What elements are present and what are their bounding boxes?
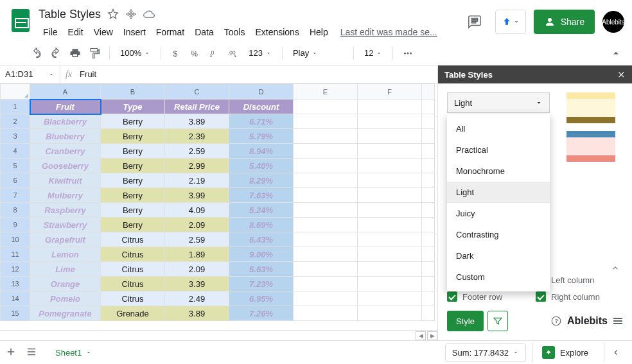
cell[interactable]: [294, 277, 358, 291]
cell[interactable]: 9.00%: [229, 247, 294, 262]
cell[interactable]: [294, 159, 358, 173]
menu-view[interactable]: View: [89, 24, 118, 40]
cell[interactable]: Citrus: [101, 291, 165, 306]
cell[interactable]: Citrus: [101, 232, 165, 247]
cell[interactable]: 5.40%: [229, 159, 294, 173]
cell[interactable]: [422, 188, 435, 203]
style-preview[interactable]: [566, 131, 615, 162]
cell[interactable]: 8.94%: [229, 144, 294, 159]
cell[interactable]: 7.23%: [229, 277, 294, 291]
cell[interactable]: [294, 262, 358, 277]
row-header[interactable]: 10: [1, 232, 30, 247]
undo-icon[interactable]: [28, 45, 45, 62]
cell[interactable]: Cranberry: [30, 144, 101, 159]
cell[interactable]: Type: [101, 100, 165, 114]
cell[interactable]: [294, 203, 358, 218]
cell[interactable]: 3.89: [165, 114, 229, 129]
cell[interactable]: Berry: [101, 203, 165, 218]
check-right-column[interactable]: Right column: [536, 291, 613, 302]
row-header[interactable]: 2: [1, 114, 30, 129]
row-header[interactable]: 3: [1, 129, 30, 144]
cell[interactable]: [294, 114, 358, 129]
cell[interactable]: Raspberry: [30, 203, 101, 218]
cell[interactable]: 8.29%: [229, 173, 294, 188]
decrease-decimal-icon[interactable]: .0: [206, 45, 223, 62]
row-header[interactable]: 13: [1, 277, 30, 291]
cell[interactable]: [422, 262, 435, 277]
cell[interactable]: [422, 247, 435, 262]
cell[interactable]: [422, 203, 435, 218]
cell[interactable]: Berry: [101, 173, 165, 188]
cell[interactable]: [422, 173, 435, 188]
row-header[interactable]: 15: [1, 306, 30, 321]
row-header[interactable]: 4: [1, 144, 30, 159]
cell[interactable]: 2.09: [165, 262, 229, 277]
cell[interactable]: [358, 277, 422, 291]
increase-decimal-icon[interactable]: .00: [225, 45, 242, 62]
menu-tools[interactable]: Tools: [220, 24, 250, 40]
menu-format[interactable]: Format: [152, 24, 189, 40]
cell[interactable]: [294, 100, 358, 114]
horizontal-scrollbar[interactable]: ◀ ▶: [0, 330, 437, 340]
scroll-right-icon[interactable]: ▶: [427, 331, 437, 340]
cell[interactable]: 7.26%: [229, 306, 294, 321]
cell[interactable]: 5.63%: [229, 262, 294, 277]
more-icon[interactable]: [399, 45, 416, 62]
cell[interactable]: [358, 129, 422, 144]
cell[interactable]: Blackberry: [30, 114, 101, 129]
cell[interactable]: Lemon: [30, 247, 101, 262]
zoom-select[interactable]: 100%: [116, 48, 154, 58]
col-header-b[interactable]: B: [101, 84, 165, 100]
cell[interactable]: 6.43%: [229, 232, 294, 247]
cell[interactable]: [358, 188, 422, 203]
row-header[interactable]: 7: [1, 188, 30, 203]
col-header-f[interactable]: F: [358, 84, 422, 100]
cell[interactable]: [358, 114, 422, 129]
cell[interactable]: 7.63%: [229, 188, 294, 203]
cell[interactable]: [358, 262, 422, 277]
menu-extensions[interactable]: Extensions: [250, 24, 303, 40]
cell[interactable]: 5.24%: [229, 203, 294, 218]
style-button[interactable]: Style: [447, 311, 484, 331]
cell[interactable]: 2.19: [165, 173, 229, 188]
cell[interactable]: Kiwifruit: [30, 173, 101, 188]
dropdown-option[interactable]: Monochrome: [447, 160, 550, 182]
menu-data[interactable]: Data: [190, 24, 218, 40]
row-header[interactable]: 12: [1, 262, 30, 277]
cell[interactable]: [294, 218, 358, 232]
cell[interactable]: [422, 129, 435, 144]
cell[interactable]: [294, 232, 358, 247]
font-size-select[interactable]: 12: [360, 48, 386, 58]
ablebits-brand[interactable]: ? Ablebits: [550, 315, 623, 327]
star-icon[interactable]: [107, 8, 119, 20]
dropdown-option[interactable]: Contrasting: [447, 224, 550, 245]
cell[interactable]: [294, 188, 358, 203]
cell[interactable]: Berry: [101, 129, 165, 144]
style-preview[interactable]: [566, 92, 615, 123]
percent-icon[interactable]: %: [187, 45, 204, 62]
cell[interactable]: [422, 232, 435, 247]
row-header[interactable]: 6: [1, 173, 30, 188]
dropdown-option[interactable]: Light: [447, 182, 550, 203]
add-sheet-icon[interactable]: [5, 346, 17, 360]
cell[interactable]: Berry: [101, 218, 165, 232]
cell[interactable]: Citrus: [101, 262, 165, 277]
cell[interactable]: [422, 159, 435, 173]
close-icon[interactable]: [617, 70, 626, 79]
cell[interactable]: 3.39: [165, 277, 229, 291]
row-header[interactable]: 8: [1, 203, 30, 218]
cell[interactable]: [358, 173, 422, 188]
currency-icon[interactable]: $: [168, 45, 184, 62]
col-header-d[interactable]: D: [229, 84, 294, 100]
menu-help[interactable]: Help: [305, 24, 333, 40]
cell[interactable]: [294, 129, 358, 144]
comments-button[interactable]: [462, 9, 487, 35]
explore-button[interactable]: ✦Explore: [532, 343, 597, 362]
cell[interactable]: [358, 203, 422, 218]
cell[interactable]: Pomelo: [30, 291, 101, 306]
sheets-logo[interactable]: [8, 8, 33, 33]
row-header[interactable]: 11: [1, 247, 30, 262]
sheet-tab[interactable]: Sheet1: [46, 343, 101, 362]
cell[interactable]: [294, 306, 358, 321]
row-header[interactable]: 5: [1, 159, 30, 173]
